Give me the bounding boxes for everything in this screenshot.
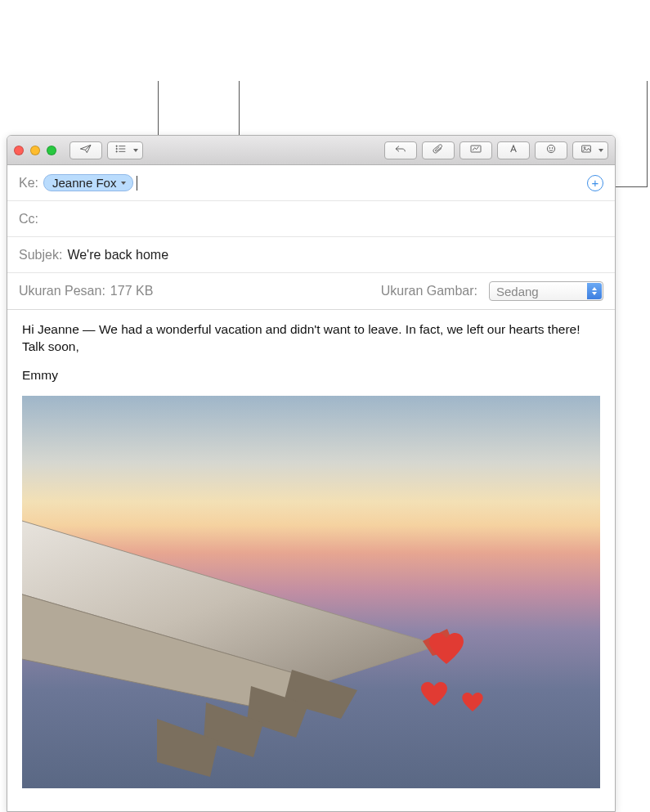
chevron-down-icon bbox=[121, 182, 126, 185]
reply-icon bbox=[394, 143, 407, 157]
message-size-value: 177 KB bbox=[110, 284, 153, 298]
svg-point-4 bbox=[116, 151, 117, 152]
cc-label: Cc: bbox=[19, 212, 38, 227]
list-icon bbox=[114, 143, 128, 157]
heart-icon bbox=[429, 633, 464, 664]
recipient-name: Jeanne Fox bbox=[52, 176, 116, 190]
svg-point-11 bbox=[584, 147, 585, 149]
callout-line bbox=[158, 81, 159, 142]
size-row: Ukuran Pesan: 177 KB Ukuran Gambar: Seda… bbox=[7, 273, 615, 309]
svg-point-9 bbox=[552, 148, 553, 149]
paperclip-icon bbox=[432, 143, 445, 157]
photo-icon bbox=[580, 143, 593, 157]
image-size-label: Ukuran Gambar: bbox=[381, 284, 477, 298]
svg-point-0 bbox=[116, 146, 117, 146]
add-contact-button[interactable]: + bbox=[587, 175, 603, 191]
airplane-wing-illustration bbox=[22, 518, 472, 788]
window-titlebar bbox=[7, 136, 615, 165]
svg-point-7 bbox=[547, 145, 554, 152]
image-size-value: Sedang bbox=[496, 285, 539, 298]
message-size-label: Ukuran Pesan: bbox=[19, 284, 105, 298]
smiley-icon bbox=[545, 143, 558, 157]
heart-icon bbox=[462, 693, 483, 711]
message-body[interactable]: Hi Jeanne — We had a wonderful vacation … bbox=[7, 310, 615, 384]
paper-plane-icon bbox=[79, 143, 92, 157]
header-fields-menu-button[interactable] bbox=[107, 141, 143, 159]
callout-line bbox=[647, 81, 648, 187]
attach-button[interactable] bbox=[422, 141, 455, 159]
body-signature: Emmy bbox=[22, 367, 600, 384]
close-button[interactable] bbox=[14, 146, 24, 155]
svg-point-8 bbox=[549, 148, 550, 149]
plus-icon: + bbox=[592, 177, 599, 189]
to-field-row[interactable]: Ke: Jeanne Fox + bbox=[7, 165, 615, 201]
compose-window: Ke: Jeanne Fox + Cc: Subjek: We're back … bbox=[7, 135, 616, 812]
format-text-icon bbox=[507, 143, 520, 157]
body-paragraph: Hi Jeanne — We had a wonderful vacation … bbox=[22, 321, 600, 356]
heart-icon bbox=[421, 682, 447, 706]
text-caret bbox=[137, 176, 137, 191]
photo-browser-button[interactable] bbox=[572, 141, 608, 159]
cc-field-row[interactable]: Cc: bbox=[7, 201, 615, 237]
attached-image[interactable] bbox=[22, 396, 600, 788]
emoji-button[interactable] bbox=[535, 141, 567, 159]
select-stepper-icon bbox=[587, 283, 602, 299]
message-header-fields: Ke: Jeanne Fox + Cc: Subjek: We're back … bbox=[7, 165, 615, 310]
minimize-button[interactable] bbox=[30, 146, 40, 155]
subject-label: Subjek: bbox=[19, 248, 62, 262]
markup-icon bbox=[469, 143, 482, 157]
format-button[interactable] bbox=[497, 141, 530, 159]
reply-button[interactable] bbox=[384, 141, 417, 159]
subject-field-row[interactable]: Subjek: We're back home bbox=[7, 237, 615, 273]
send-button[interactable] bbox=[69, 141, 102, 159]
markup-button[interactable] bbox=[459, 141, 492, 159]
image-size-select[interactable]: Sedang bbox=[489, 281, 603, 301]
zoom-button[interactable] bbox=[47, 146, 56, 155]
recipient-token[interactable]: Jeanne Fox bbox=[43, 174, 133, 191]
subject-value: We're back home bbox=[67, 248, 168, 262]
svg-point-2 bbox=[116, 148, 117, 149]
window-controls bbox=[14, 146, 56, 155]
to-label: Ke: bbox=[19, 176, 38, 191]
